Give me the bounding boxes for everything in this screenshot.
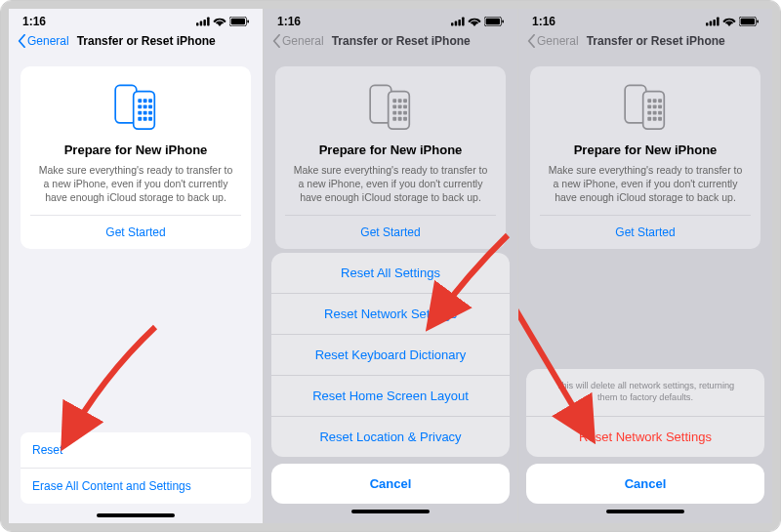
signal-icon — [706, 17, 719, 26]
battery-icon — [229, 17, 249, 26]
svg-rect-13 — [144, 104, 147, 108]
reset-location-privacy[interactable]: Reset Location & Privacy — [271, 416, 510, 457]
chevron-left-icon — [271, 34, 281, 48]
reset-all-settings[interactable]: Reset All Settings — [271, 253, 510, 293]
svg-rect-9 — [138, 99, 142, 102]
back-label: General — [27, 34, 69, 48]
reset-network-settings[interactable]: Reset Network Settings — [271, 293, 510, 334]
chevron-left-icon — [526, 34, 536, 48]
reset-button[interactable]: Reset — [21, 432, 251, 469]
action-sheet-container: Reset All Settings Reset Network Setting… — [264, 57, 517, 523]
page-title: Transfer or Reset iPhone — [77, 34, 216, 48]
nav-bar: General Transfer or Reset iPhone — [9, 30, 263, 57]
signal-icon — [196, 17, 210, 26]
options-list: Reset Erase All Content and Settings — [21, 432, 251, 504]
nav-bar: General Transfer or Reset iPhone — [264, 30, 517, 57]
reset-home-screen-layout[interactable]: Reset Home Screen Layout — [271, 375, 510, 416]
status-time: 1:16 — [22, 15, 46, 28]
signal-icon — [451, 17, 465, 26]
svg-rect-3 — [207, 17, 209, 25]
card-description: Make sure everything's ready to transfer… — [30, 163, 241, 205]
svg-rect-26 — [486, 19, 500, 24]
svg-rect-44 — [713, 20, 715, 26]
chevron-left-icon — [17, 34, 26, 48]
svg-rect-47 — [741, 19, 755, 24]
action-sheet-container: This will delete all network settings, r… — [518, 57, 772, 523]
status-icons — [196, 17, 249, 26]
reset-action-sheet: Reset All Settings Reset Network Setting… — [271, 253, 510, 457]
svg-rect-18 — [138, 117, 142, 121]
svg-rect-24 — [462, 17, 464, 25]
svg-rect-16 — [144, 111, 147, 115]
svg-rect-45 — [717, 17, 719, 25]
prepare-card: Prepare for New iPhone Make sure everyth… — [21, 66, 251, 249]
confirm-message: This will delete all network settings, r… — [526, 369, 764, 416]
status-bar: 1:16 — [518, 9, 772, 30]
back-button[interactable]: General — [17, 34, 69, 48]
status-icons — [706, 17, 759, 26]
battery-icon — [739, 17, 759, 26]
svg-rect-19 — [144, 117, 147, 121]
wifi-icon — [468, 17, 481, 26]
svg-rect-12 — [138, 104, 142, 108]
page-title: Transfer or Reset iPhone — [332, 34, 471, 48]
svg-rect-42 — [706, 22, 708, 25]
wifi-icon — [722, 17, 736, 26]
card-title: Prepare for New iPhone — [30, 143, 241, 157]
status-bar: 1:16 — [264, 9, 517, 30]
svg-rect-11 — [148, 99, 152, 102]
wifi-icon — [213, 17, 226, 26]
nav-bar: General Transfer or Reset iPhone — [518, 30, 772, 57]
page-title: Transfer or Reset iPhone — [587, 34, 725, 48]
svg-rect-17 — [148, 111, 152, 115]
back-button: General — [526, 34, 579, 48]
svg-rect-5 — [231, 19, 245, 24]
svg-rect-10 — [144, 99, 147, 102]
screenshot-row: 1:16 General Transfer or Reset iPhone — [1, 1, 780, 531]
svg-rect-15 — [138, 111, 142, 115]
screen-2: 1:16 General Transfer or Reset iPhone — [264, 9, 517, 523]
svg-rect-14 — [148, 104, 152, 108]
confirm-action-sheet: This will delete all network settings, r… — [526, 369, 764, 457]
home-indicator — [97, 513, 175, 517]
get-started-button[interactable]: Get Started — [30, 215, 241, 249]
svg-rect-48 — [757, 20, 759, 22]
reset-keyboard-dictionary[interactable]: Reset Keyboard Dictionary — [271, 334, 510, 375]
svg-rect-21 — [451, 22, 453, 25]
svg-rect-8 — [134, 92, 155, 130]
svg-rect-27 — [502, 20, 504, 22]
svg-rect-0 — [196, 22, 198, 25]
svg-rect-6 — [247, 20, 249, 22]
status-bar: 1:16 — [9, 9, 263, 30]
battery-icon — [484, 17, 504, 26]
svg-rect-23 — [458, 20, 460, 26]
screen-1: 1:16 General Transfer or Reset iPhone — [9, 9, 263, 523]
svg-rect-22 — [455, 21, 457, 26]
back-label: General — [282, 34, 324, 48]
svg-rect-2 — [203, 20, 205, 26]
status-icons — [451, 17, 504, 26]
screen-3: 1:16 General Transfer or Reset iPhone — [518, 9, 772, 523]
status-time: 1:16 — [532, 15, 555, 28]
back-label: General — [537, 34, 579, 48]
back-button: General — [271, 34, 324, 48]
confirm-reset-network-settings[interactable]: Reset Network Settings — [526, 416, 764, 457]
home-indicator — [351, 510, 430, 513]
svg-rect-20 — [148, 117, 152, 121]
svg-rect-1 — [200, 21, 202, 26]
transfer-illustration — [30, 80, 241, 133]
svg-rect-43 — [710, 21, 712, 26]
erase-all-button[interactable]: Erase All Content and Settings — [21, 469, 251, 504]
cancel-button[interactable]: Cancel — [271, 464, 510, 504]
cancel-button[interactable]: Cancel — [526, 464, 764, 504]
status-time: 1:16 — [277, 15, 301, 28]
home-indicator — [606, 510, 684, 513]
